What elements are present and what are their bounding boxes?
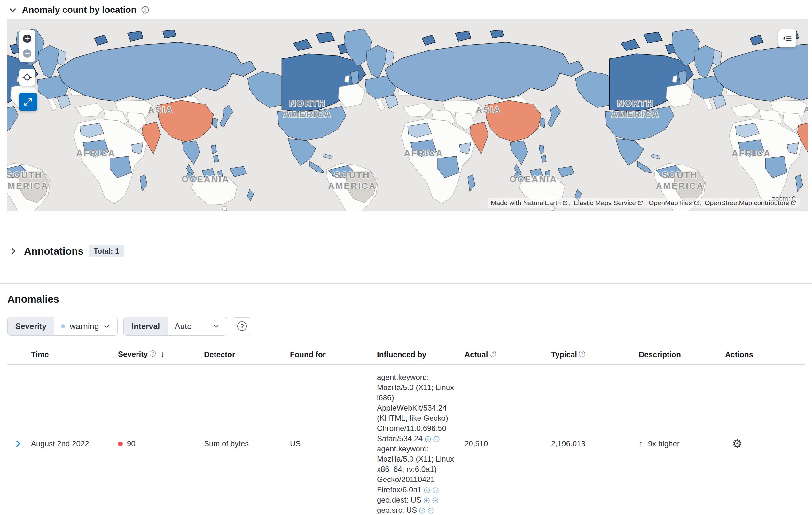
sort-down-icon[interactable]: ↓ (160, 349, 164, 359)
chevron-down-icon (212, 323, 220, 330)
locate-button[interactable] (19, 69, 35, 86)
attribution-text: OpenMapTiles (649, 199, 692, 207)
header-typical: Typical? (551, 350, 639, 359)
header-actual: Actual? (464, 350, 551, 359)
collapse-section-button[interactable] (7, 4, 18, 15)
interval-select[interactable]: Auto (168, 317, 227, 335)
header-found-for: Found for (290, 350, 377, 359)
world-map: ASIA NORTH AMERICA AFRICA OCEANIA SOUTH … (7, 19, 808, 212)
filter-for-icon[interactable] (425, 436, 431, 443)
severity-select[interactable]: warning (54, 317, 117, 335)
severity-warning-dot (61, 324, 65, 328)
filter-for-icon[interactable] (424, 487, 430, 493)
influencer-text: geo.src: US (377, 506, 417, 514)
cell-found-for: US (290, 439, 377, 448)
header-actions: Actions (725, 350, 805, 359)
minus-in-circle-icon (22, 49, 32, 58)
zoom-out-button[interactable] (19, 46, 35, 61)
severity-critical-dot (118, 442, 123, 446)
chevron-down-icon (103, 323, 110, 330)
interval-select-value: Auto (175, 322, 192, 331)
gear-icon: ⚙ (732, 437, 742, 450)
map-section-title: Anomaly count by location (22, 5, 137, 15)
table-header-row: Time Severity?↓ Detector Found for Influ… (7, 349, 805, 365)
chevron-right-icon (9, 247, 18, 255)
question-icon[interactable]: ? (579, 351, 585, 357)
attribution-link-elastic-maps[interactable]: Elastic Maps Service (568, 199, 643, 207)
expand-row-button[interactable] (12, 438, 23, 449)
map-attribution: Made with NaturalEarth Elastic Maps Serv… (488, 198, 800, 208)
fullscreen-button[interactable] (19, 93, 37, 111)
influencer-item: agent.keyword: Mozilla/5.0 (X11; Linux i… (377, 372, 459, 444)
filter-for-icon[interactable] (423, 497, 430, 504)
expand-annotations-button[interactable] (7, 245, 19, 257)
header-detector: Detector (204, 350, 290, 359)
influencer-item: geo.dest: US (377, 495, 459, 505)
header-description: Description (639, 350, 725, 359)
cell-severity: 90 (118, 439, 204, 448)
question-icon[interactable]: ? (150, 351, 156, 357)
expand-icon (23, 97, 33, 107)
attribution-text: Elastic Maps Service (574, 199, 636, 207)
anomaly-map[interactable]: ASIA NORTH AMERICA AFRICA OCEANIA SOUTH … (7, 19, 808, 212)
crosshair-icon (22, 72, 32, 82)
plus-in-circle-icon (22, 34, 32, 43)
influencer-item: geo.src: US (377, 505, 459, 515)
annotations-title: Annotations (24, 245, 84, 258)
filter-out-icon[interactable] (432, 487, 439, 493)
cell-influenced-by: agent.keyword: Mozilla/5.0 (X11; Linux i… (377, 372, 464, 515)
external-link-icon (637, 200, 643, 206)
external-link-icon (694, 200, 699, 206)
divider (0, 220, 812, 220)
anomalies-filters: Severity warning Interval Auto ? (7, 316, 805, 336)
filter-out-icon[interactable] (432, 497, 439, 504)
zoom-in-button[interactable] (19, 31, 35, 46)
attribution-link-naturalearth[interactable]: Made with NaturalEarth (491, 199, 568, 207)
severity-filter-label: Severity (8, 317, 54, 335)
anomalies-title: Anomalies (7, 293, 805, 305)
legend-toggle-button[interactable] (778, 29, 796, 47)
row-actions-button[interactable]: ⚙ (732, 438, 742, 450)
header-influenced-by: Influenced by (377, 350, 464, 359)
question-in-circle-icon: ? (237, 322, 247, 331)
influencer-text: agent.keyword: Mozilla/5.0 (X11; Linux i… (377, 373, 454, 443)
header-severity[interactable]: Severity?↓ (118, 349, 204, 359)
info-icon[interactable] (141, 6, 149, 14)
map-section-header: Anomaly count by location (0, 0, 812, 19)
chevron-down-icon (9, 6, 17, 14)
anomaly-explorer-page: Anomaly count by location (0, 0, 812, 515)
external-link-icon (562, 200, 568, 206)
anomalies-table: Time Severity?↓ Detector Found for Influ… (7, 349, 805, 515)
arrow-up-icon: ↑ (639, 439, 643, 449)
filter-out-icon[interactable] (433, 436, 440, 443)
zoom-controls (19, 30, 35, 62)
cell-actual: 20,510 (464, 439, 551, 448)
cell-description: ↑ 9x higher (639, 439, 725, 449)
divider (0, 266, 812, 266)
annotations-count-badge: Total: 1 (89, 245, 124, 257)
influencer-text: agent.keyword: Mozilla/5.0 (X11; Linux x… (377, 445, 454, 494)
severity-select-value: warning (70, 322, 99, 331)
filter-for-icon[interactable] (419, 507, 426, 514)
map-controls (19, 30, 37, 111)
attribution-text: OpenStreetMap contributors (704, 199, 789, 207)
interval-filter-label: Interval (124, 317, 168, 335)
severity-filter-group: Severity warning (7, 316, 118, 336)
attribution-link-openmaptiles[interactable]: OpenMapTiles (643, 199, 699, 207)
header-time: Time (31, 350, 118, 359)
filter-out-icon[interactable] (428, 507, 434, 514)
attribution-link-openstreetmap[interactable]: OpenStreetMap contributors (699, 199, 796, 207)
cell-actions: ⚙ (725, 438, 805, 450)
interval-filter-group: Interval Auto (123, 316, 227, 336)
cell-typical: 2,196.013 (551, 439, 639, 448)
chevron-right-icon (14, 440, 22, 448)
attribution-text: Made with NaturalEarth (491, 199, 561, 207)
table-row: August 2nd 2022 90 Sum of bytes US agent… (7, 365, 805, 515)
influencer-text: geo.dest: US (377, 495, 422, 504)
description-text: 9x higher (648, 439, 680, 448)
severity-score: 90 (127, 439, 136, 448)
interval-help-button[interactable]: ? (233, 317, 251, 335)
question-icon[interactable]: ? (490, 351, 496, 357)
cell-time: August 2nd 2022 (31, 439, 118, 448)
annotations-section: Annotations Total: 1 (0, 236, 812, 266)
